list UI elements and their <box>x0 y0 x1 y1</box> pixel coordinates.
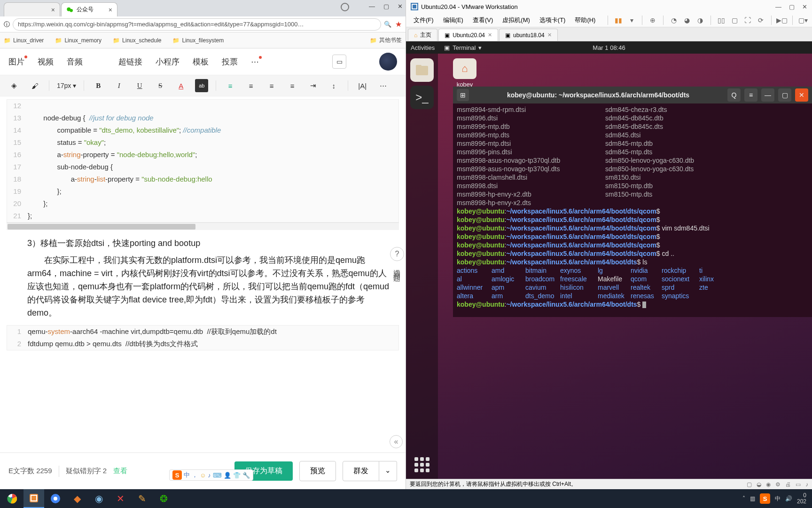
more-format-icon[interactable]: ⋯ <box>376 79 390 92</box>
device-icon[interactable]: ▢ <box>747 481 752 488</box>
stretch-icon[interactable]: ⟳ <box>756 16 765 25</box>
chevron-up-icon[interactable]: ˄ <box>742 495 745 502</box>
publish-dropdown[interactable]: ⌄ <box>379 461 397 481</box>
underline-button[interactable]: U <box>133 79 146 92</box>
ime-indicator[interactable]: 中 <box>775 495 781 503</box>
align-left-icon[interactable]: ≡ <box>224 79 237 92</box>
library-icon[interactable]: ▢▾ <box>798 16 808 25</box>
help-sidebar[interactable]: ? 遇到问题 <box>389 247 406 271</box>
app-icon[interactable]: ✕ <box>110 489 131 508</box>
chrome-tab-blank[interactable]: × <box>4 2 60 16</box>
check-link[interactable]: 查看 <box>113 467 127 476</box>
menu-edit[interactable]: 编辑(E) <box>439 15 467 26</box>
bookmark-linux-memory[interactable]: 📁Linux_memory <box>55 37 102 44</box>
close-icon[interactable]: ✕ <box>547 32 552 38</box>
chrome-taskbar-icon[interactable] <box>2 489 23 508</box>
ime-toolbar[interactable]: S 中，☺♪⌨👤👕🔧 <box>169 469 253 481</box>
highlight-button[interactable]: ab <box>195 79 208 92</box>
fullscreen-icon[interactable]: ⛶ <box>743 16 752 25</box>
terminal-app-icon[interactable]: >_ <box>410 86 434 109</box>
insert-template[interactable]: 模板 <box>193 56 209 67</box>
align-justify-icon[interactable]: ≡ <box>286 79 299 92</box>
insert-miniprogram[interactable]: 小程序 <box>156 56 180 67</box>
device-icon[interactable]: ◒ <box>757 481 761 488</box>
horizontal-scrollbar[interactable] <box>7 222 399 230</box>
close-icon[interactable]: × <box>109 6 112 14</box>
search-icon[interactable]: 🔍 <box>384 21 391 28</box>
indent-icon[interactable]: ⇥ <box>306 79 320 92</box>
publish-button[interactable]: 群发 <box>343 461 379 481</box>
close-icon[interactable]: ✕ <box>802 3 807 10</box>
vmware-taskbar-icon[interactable] <box>23 489 44 508</box>
menu-vm[interactable]: 虚拟机(M) <box>499 15 534 26</box>
align-right-icon[interactable]: ≡ <box>265 79 278 92</box>
textcolor-button[interactable]: A <box>174 79 187 92</box>
insert-vote[interactable]: 投票 <box>222 56 238 67</box>
maximize-icon[interactable]: ▢ <box>789 3 795 10</box>
close-icon[interactable]: ✕ <box>795 88 808 102</box>
italic-button[interactable]: I <box>112 79 125 92</box>
bold-button[interactable]: B <box>92 79 105 92</box>
pause-icon[interactable]: ▮▮ <box>614 16 623 25</box>
vm-tab-ubuntu20[interactable]: ▣Ubuntu20.04✕ <box>438 29 498 41</box>
ubuntu-desktop[interactable]: Activities ▣ Terminal ▾ Mar 1 08:46 >_ ⌂… <box>406 41 812 479</box>
preview-button[interactable]: 预览 <box>299 461 336 481</box>
close-icon[interactable]: ✕ <box>398 3 403 10</box>
device-icon[interactable]: ▭ <box>796 481 801 488</box>
network-icon[interactable]: ▥ <box>750 495 755 502</box>
layout-icon[interactable]: ▯▯ <box>717 16 726 25</box>
terminal-window[interactable]: ⊞ kobey@ubuntu: ~/workspace/linux5.6/arc… <box>453 87 812 317</box>
align-center-icon[interactable]: ≡ <box>244 79 258 92</box>
close-icon[interactable]: ✕ <box>488 32 492 38</box>
files-icon[interactable] <box>410 58 434 82</box>
maximize-icon[interactable]: ▢ <box>383 3 389 10</box>
volume-icon[interactable]: 🔊 <box>785 495 792 502</box>
wechat-taskbar-icon[interactable]: ❂ <box>153 489 174 508</box>
menu-icon[interactable]: ≡ <box>744 88 757 102</box>
menu-tabs[interactable]: 选项卡(T) <box>536 15 570 26</box>
bookmark-linux-driver[interactable]: 📁Linux_driver <box>4 37 44 44</box>
close-icon[interactable]: × <box>51 6 55 14</box>
app-icon[interactable]: ◆ <box>67 489 87 508</box>
bookmark-more[interactable]: 📁其他书签 <box>370 36 402 44</box>
menu-view[interactable]: 查看(V) <box>469 15 497 26</box>
dropdown-icon[interactable]: ▾ <box>627 16 636 25</box>
snapshot-icon[interactable]: ◔ <box>669 16 679 25</box>
vm-tab-ubuntu18[interactable]: ▣ubuntu18.04✕ <box>499 29 558 41</box>
search-icon[interactable]: Q <box>727 88 741 102</box>
help-icon[interactable]: ? <box>390 247 404 261</box>
device-icon[interactable]: ⚙ <box>775 481 781 488</box>
lineheight-icon[interactable]: ↕ <box>327 79 340 92</box>
app-icon[interactable]: ✎ <box>132 489 152 508</box>
send-cad-icon[interactable]: ⊕ <box>648 16 657 25</box>
snapshot-revert-icon[interactable]: ◑ <box>695 16 705 25</box>
system-tray[interactable]: ˄ ▥ S 中 🔊 0 202 <box>742 492 810 505</box>
profile-icon[interactable] <box>341 3 349 11</box>
show-apps-icon[interactable] <box>413 455 431 474</box>
star-icon[interactable]: ★ <box>395 20 402 29</box>
expand-icon[interactable]: « <box>390 435 403 448</box>
new-tab-icon[interactable]: ⊞ <box>457 89 469 101</box>
console-icon[interactable]: ▶▢ <box>777 16 787 25</box>
sogou-tray-icon[interactable]: S <box>760 493 770 504</box>
terminal-body[interactable]: msm8994-smd-rpm.dtsisdm845-cheza-r3.dtsm… <box>453 103 812 310</box>
chrome-tab-wechat[interactable]: 公众号 × <box>61 2 117 16</box>
avatar[interactable] <box>379 53 397 71</box>
maximize-icon[interactable]: ▢ <box>778 88 791 102</box>
activities-button[interactable]: Activities <box>411 44 444 51</box>
desktop-home-folder[interactable]: ⌂ kobey <box>448 58 481 88</box>
insert-image[interactable]: 图片 <box>8 56 24 67</box>
minimize-icon[interactable]: — <box>775 3 781 10</box>
appmenu-terminal[interactable]: ▣ Terminal ▾ <box>444 44 482 51</box>
device-icon[interactable]: 🖨 <box>785 481 791 488</box>
unity-icon[interactable]: ▢ <box>730 16 739 25</box>
menu-file[interactable]: 文件(F) <box>410 15 437 26</box>
insert-audio[interactable]: 音频 <box>67 56 83 67</box>
format-painter-icon[interactable]: 🖌 <box>28 79 41 92</box>
bookmark-linux-filesystem[interactable]: 📁Linux_filesystem <box>172 37 224 44</box>
vm-tab-home[interactable]: ⌂主页 <box>408 29 437 41</box>
strike-button[interactable]: S <box>154 79 167 92</box>
menu-help[interactable]: 帮助(H) <box>571 15 599 26</box>
url-input[interactable]: https://mp.weixin.qq.com/cgi-bin/appmsg?… <box>13 18 381 31</box>
snapshot-mgr-icon[interactable]: ◕ <box>682 16 692 25</box>
